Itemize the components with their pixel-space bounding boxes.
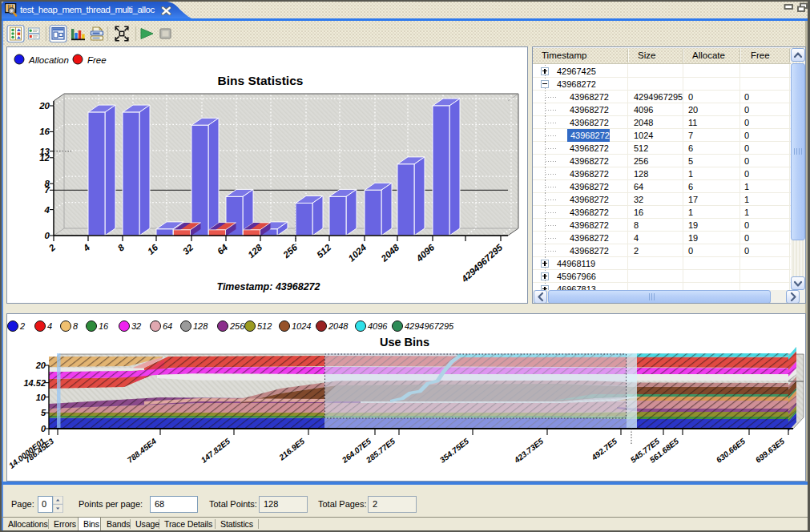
svg-text:0: 0 [45,231,50,240]
svg-text:2: 2 [19,321,25,331]
svg-text:4096: 4096 [368,321,388,331]
svg-text:Allocation: Allocation [28,55,69,65]
svg-text:2048: 2048 [379,242,401,264]
svg-text:16: 16 [146,242,160,256]
svg-text:128: 128 [193,321,208,331]
svg-text:4: 4 [44,205,50,215]
svg-text:4: 4 [81,242,92,253]
svg-text:256: 256 [229,321,245,331]
svg-text:20: 20 [35,361,46,370]
svg-text:423.73E5: 423.73E5 [512,437,546,466]
svg-text:Free: Free [87,55,107,65]
svg-text:0: 0 [41,424,46,433]
svg-text:Bins Statistics: Bins Statistics [218,74,304,87]
svg-text:4: 4 [47,321,52,331]
svg-text:10: 10 [36,393,46,402]
svg-text:20: 20 [38,101,50,111]
svg-text:147.82E5: 147.82E5 [199,437,232,465]
svg-text:8: 8 [116,242,127,253]
svg-text:4294967295: 4294967295 [459,242,505,284]
svg-text:492.7E5: 492.7E5 [589,437,619,462]
svg-text:5: 5 [41,408,46,417]
svg-text:128: 128 [246,242,264,260]
svg-text:Timestamp: 43968272: Timestamp: 43968272 [216,281,320,292]
svg-text:699.63E5: 699.63E5 [754,437,787,465]
svg-text:256: 256 [280,242,299,260]
svg-text:32: 32 [181,242,195,256]
svg-text:14.52: 14.52 [23,378,46,388]
svg-text:64: 64 [216,242,230,256]
svg-text:1024: 1024 [292,321,311,331]
svg-text:8: 8 [73,321,79,331]
svg-text:4096: 4096 [414,242,437,264]
svg-text:1024: 1024 [346,242,368,263]
svg-text:13: 13 [39,147,50,156]
svg-text:32: 32 [131,321,141,331]
svg-text:8: 8 [45,179,50,188]
svg-text:788.45E4: 788.45E4 [126,437,159,465]
svg-text:2: 2 [46,242,58,253]
svg-text:64: 64 [163,321,172,331]
svg-text:216.9E5: 216.9E5 [276,437,306,462]
svg-text:512: 512 [315,242,333,260]
svg-text:4294967295: 4294967295 [405,321,454,331]
svg-text:630.66E5: 630.66E5 [715,437,748,465]
svg-text:354.75E5: 354.75E5 [438,437,471,465]
svg-text:512: 512 [257,321,272,331]
svg-text:16: 16 [39,127,50,136]
svg-text:2048: 2048 [328,321,349,331]
svg-text:Use Bins: Use Bins [380,336,429,349]
svg-text:16: 16 [99,321,109,331]
